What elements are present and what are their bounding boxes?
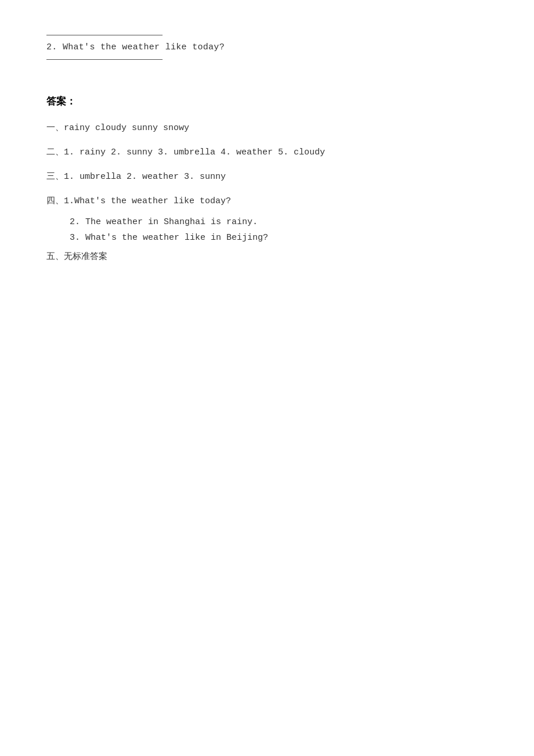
section5-prefix: 五、: [46, 251, 64, 261]
line-separator-2: [46, 59, 163, 60]
section1-prefix: 一、: [46, 123, 64, 132]
answer-title: 答案：: [46, 95, 488, 108]
line-separator-1: [46, 35, 163, 35]
answer-section-2: 二、1. rainy 2. sunny 3. umbrella 4. weath…: [46, 144, 488, 160]
answer-section-1: 一、rainy cloudy sunny snowy: [46, 120, 488, 136]
section4-prefix: 四、: [46, 196, 64, 205]
answer-section-3: 三、1. umbrella 2. weather 3. sunny: [46, 168, 488, 185]
section2-items: 1. rainy 2. sunny 3. umbrella 4. weather…: [64, 147, 325, 157]
section4-sub3-text: 3. What's the weather like in Beijing?: [70, 233, 268, 243]
section3-prefix: 三、: [46, 171, 64, 181]
answer-section-4-sub3: 3. What's the weather like in Beijing?: [70, 233, 488, 243]
question-2: 2. What's the weather like today?: [46, 42, 488, 52]
section5-text: 无标准答案: [64, 251, 107, 261]
top-section: 2. What's the weather like today?: [46, 35, 488, 60]
section4-sub2-text: 2. The weather in Shanghai is rainy.: [70, 217, 258, 227]
section2-prefix: 二、: [46, 147, 64, 156]
answer-section-5: 五、无标准答案: [46, 249, 488, 264]
answer-section-4: 四、1.What's the weather like today?: [46, 193, 488, 209]
answer-section-4-sub2: 2. The weather in Shanghai is rainy.: [70, 217, 488, 227]
section4-sub1: 1.What's the weather like today?: [64, 196, 231, 206]
question-2-text: 2. What's the weather like today?: [46, 42, 225, 52]
section1-items: rainy cloudy sunny snowy: [64, 123, 189, 133]
answer-section: 答案： 一、rainy cloudy sunny snowy 二、1. rain…: [46, 95, 488, 264]
section3-items: 1. umbrella 2. weather 3. sunny: [64, 172, 226, 182]
